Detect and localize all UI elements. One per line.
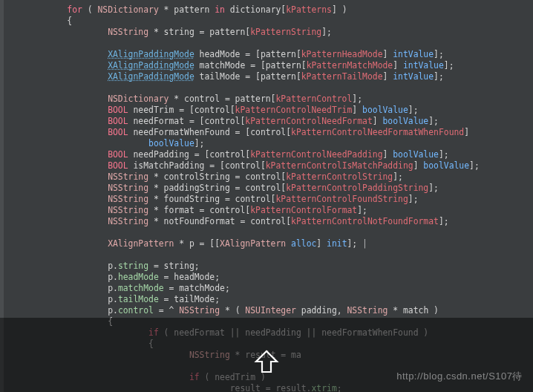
token: needFormatWhenFound = [control[ <box>128 127 291 137</box>
token: ] <box>383 71 393 82</box>
token: p. <box>108 283 118 293</box>
token: in <box>215 4 225 15</box>
token: kPatternHeadMode <box>301 49 383 59</box>
code-line: NSString * paddingString = control[kPatt… <box>6 183 480 194</box>
token: | <box>362 238 367 249</box>
token: * paddingString = control[ <box>148 183 286 193</box>
code-line: NSString * notFoundFormat = control[kPat… <box>6 216 480 227</box>
token: XAlignPaddingMode <box>108 71 194 82</box>
token: XAlignPattern <box>220 238 286 249</box>
token: kPatternControlNeedPadding <box>250 149 382 160</box>
code-line <box>6 38 480 49</box>
token: kPatternString <box>250 27 321 37</box>
token: kPatternMatchMode <box>307 60 393 71</box>
token: padding, <box>296 305 347 316</box>
token: string <box>118 261 148 271</box>
token: NSString <box>108 216 148 226</box>
token: boolValue <box>148 138 194 148</box>
token: NSString <box>108 205 148 215</box>
code-line: XAlignPaddingMode matchMode = [pattern[k… <box>6 60 480 71</box>
up-arrow-icon[interactable] <box>253 348 280 379</box>
code-line: p.control = ^ NSString * ( NSUInteger pa… <box>6 305 480 316</box>
token: tailMode = [pattern[ <box>194 71 301 82</box>
token: { <box>67 16 72 26</box>
token: ]; <box>408 194 419 204</box>
token: intValue <box>393 49 434 59</box>
code-line: p.string = string; <box>6 261 480 272</box>
code-line: BOOL needFormatWhenFound = [control[kPat… <box>6 127 480 138</box>
code-line: p.matchMode = matchMode; <box>6 283 480 294</box>
token: ] <box>383 149 393 160</box>
code-line: NSString * format = control[kPatternCont… <box>6 205 480 216</box>
token: ]; <box>357 205 367 215</box>
code-line: p.tailMode = tailMode; <box>6 294 480 305</box>
token: p. <box>108 305 118 316</box>
token: * format = control[ <box>148 205 250 215</box>
token: control <box>118 305 154 316</box>
token: kPatternControlFoundString <box>275 194 408 204</box>
code-line: p.headMode = headMode; <box>6 272 480 283</box>
token: intValue <box>403 60 444 71</box>
token: XAlignPattern <box>108 238 174 249</box>
token: = headMode; <box>159 272 220 282</box>
token: NSUInteger <box>245 305 296 316</box>
token: ] <box>383 49 393 59</box>
token: * controlString = control[ <box>148 172 286 182</box>
token: ]; <box>469 160 480 171</box>
token: matchMode <box>118 283 164 293</box>
token: ]; <box>434 49 444 59</box>
code-line: BOOL needFormat = [control[kPatternContr… <box>6 116 480 127</box>
token: ]; <box>347 238 363 249</box>
token: ]; <box>428 116 439 126</box>
code-line <box>6 227 480 238</box>
token: kPatternControlNotFoundFormat <box>291 216 439 226</box>
token: ]; <box>408 105 419 115</box>
token: * string = pattern[ <box>148 27 250 37</box>
token: ]; <box>321 27 332 37</box>
code-line: NSDictionary * control = pattern[kPatter… <box>6 94 480 105</box>
code-line: NSString * controlString = control[kPatt… <box>6 172 480 183</box>
token: alloc <box>291 238 316 249</box>
token: BOOL <box>108 160 128 171</box>
token: ] <box>393 60 403 71</box>
token: needFormat = [control[ <box>128 116 246 126</box>
token: ]; <box>444 60 454 71</box>
code-line: { <box>6 16 480 27</box>
token: kPatternControlNeedTrim <box>235 105 353 115</box>
code-line: NSString * foundString = control[kPatter… <box>6 194 480 205</box>
watermark: http://blog.csdn.net/S107待 <box>396 370 523 382</box>
token: p. <box>108 294 118 304</box>
token: NSString <box>179 305 220 316</box>
code-line <box>6 82 480 94</box>
token: for <box>67 4 82 15</box>
token: boolValue <box>383 116 429 126</box>
token: * match ) <box>388 305 439 316</box>
token: * pattern <box>159 4 215 15</box>
token: kPatterns <box>286 4 332 15</box>
token: boolValue <box>362 105 408 115</box>
token: * ( <box>220 305 245 316</box>
token: XAlignPaddingMode <box>108 60 194 71</box>
token: * p = [[ <box>174 238 220 249</box>
token: isMatchPadding = [control[ <box>128 160 266 171</box>
token: ] ) <box>332 4 347 15</box>
token: ] <box>413 160 424 171</box>
code-line: boolValue]; <box>6 138 480 149</box>
token: ] <box>373 116 383 126</box>
token: kPatternControlIsMatchPadding <box>266 160 413 171</box>
token: kPatternControlNeedFormatWhenFound <box>291 127 464 137</box>
token: ( <box>82 4 98 15</box>
token: = ^ <box>154 305 179 316</box>
token: init <box>327 238 347 249</box>
token: XAlignPaddingMode <box>108 49 194 59</box>
token: ]; <box>439 216 449 226</box>
code-line: XAlignPattern * p = [[XAlignPattern allo… <box>6 238 480 249</box>
token: ]; <box>393 172 403 182</box>
token: ] <box>464 127 474 137</box>
token: ] <box>316 238 327 249</box>
token: dictionary[ <box>225 4 286 15</box>
token: kPatternTailMode <box>301 71 383 82</box>
token: kPatternControl <box>275 94 352 104</box>
token: ]; <box>194 138 205 148</box>
token: BOOL <box>108 127 128 137</box>
